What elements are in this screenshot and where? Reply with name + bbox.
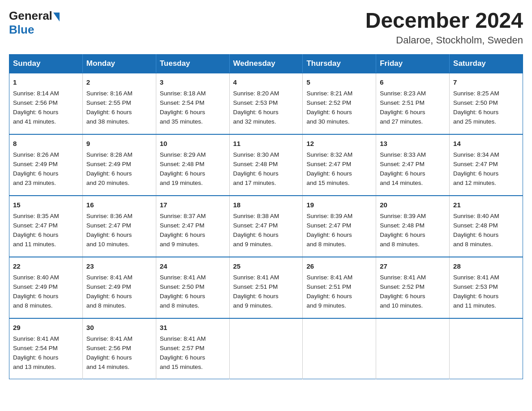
daylight-line1: Daylight: 6 hours — [160, 170, 205, 177]
calendar-week-5: 29Sunrise: 8:41 AMSunset: 2:54 PMDayligh… — [9, 318, 523, 379]
month-title: December 2024 — [365, 9, 523, 33]
sunrise-line: Sunrise: 8:41 AM — [13, 335, 59, 342]
day-number: 21 — [453, 200, 519, 210]
day-number: 18 — [233, 200, 299, 210]
sunrise-line: Sunrise: 8:25 AM — [453, 90, 499, 97]
sunset-line: Sunset: 2:48 PM — [233, 161, 278, 167]
day-number: 2 — [86, 77, 152, 87]
sunrise-line: Sunrise: 8:34 AM — [453, 151, 499, 158]
calendar-cell: 18Sunrise: 8:38 AMSunset: 2:47 PMDayligh… — [229, 196, 303, 257]
daylight-line1: Daylight: 6 hours — [453, 109, 498, 116]
daylight-line1: Daylight: 6 hours — [13, 109, 58, 116]
daylight-line2: and 8 minutes. — [453, 241, 493, 248]
calendar-cell: 26Sunrise: 8:41 AMSunset: 2:51 PMDayligh… — [303, 257, 376, 318]
daylight-line1: Daylight: 6 hours — [233, 231, 279, 238]
daylight-line1: Daylight: 6 hours — [13, 170, 58, 177]
daylight-line1: Daylight: 6 hours — [306, 109, 352, 116]
calendar-cell: 23Sunrise: 8:41 AMSunset: 2:49 PMDayligh… — [82, 257, 156, 318]
calendar-cell: 13Sunrise: 8:33 AMSunset: 2:47 PMDayligh… — [376, 134, 450, 196]
sunrise-line: Sunrise: 8:29 AM — [160, 151, 206, 158]
daylight-line1: Daylight: 6 hours — [86, 170, 132, 177]
daylight-line2: and 9 minutes. — [306, 302, 346, 309]
sunrise-line: Sunrise: 8:41 AM — [86, 274, 133, 281]
daylight-line2: and 9 minutes. — [160, 241, 200, 248]
sunset-line: Sunset: 2:53 PM — [233, 99, 278, 106]
calendar-week-2: 8Sunrise: 8:26 AMSunset: 2:49 PMDaylight… — [9, 134, 523, 196]
location-title: Dalaroe, Stockholm, Sweden — [365, 34, 523, 46]
daylight-line2: and 14 minutes. — [380, 180, 423, 186]
sunset-line: Sunset: 2:50 PM — [453, 99, 498, 106]
day-number: 14 — [453, 138, 519, 149]
calendar-cell: 29Sunrise: 8:41 AMSunset: 2:54 PMDayligh… — [9, 318, 83, 379]
calendar-cell: 10Sunrise: 8:29 AMSunset: 2:48 PMDayligh… — [156, 134, 229, 196]
day-number: 10 — [160, 138, 226, 149]
sunrise-line: Sunrise: 8:41 AM — [86, 335, 133, 342]
sunset-line: Sunset: 2:52 PM — [380, 283, 425, 290]
daylight-line1: Daylight: 6 hours — [380, 231, 425, 238]
logo-general-text: General — [9, 9, 52, 23]
daylight-line2: and 8 minutes. — [380, 241, 420, 248]
calendar-cell: 8Sunrise: 8:26 AMSunset: 2:49 PMDaylight… — [9, 134, 83, 196]
sunset-line: Sunset: 2:51 PM — [380, 99, 425, 106]
day-number: 19 — [306, 200, 372, 210]
calendar-cell: 4Sunrise: 8:20 AMSunset: 2:53 PMDaylight… — [229, 73, 303, 134]
sunset-line: Sunset: 2:49 PM — [13, 283, 58, 290]
daylight-line1: Daylight: 6 hours — [86, 293, 132, 300]
calendar-week-3: 15Sunrise: 8:35 AMSunset: 2:47 PMDayligh… — [9, 196, 523, 257]
calendar-cell: 1Sunrise: 8:14 AMSunset: 2:56 PMDaylight… — [9, 73, 83, 134]
logo: General Blue — [9, 9, 60, 37]
day-number: 15 — [13, 200, 79, 210]
calendar-cell: 25Sunrise: 8:41 AMSunset: 2:51 PMDayligh… — [229, 257, 303, 318]
calendar-cell: 30Sunrise: 8:41 AMSunset: 2:56 PMDayligh… — [82, 318, 156, 379]
day-number: 7 — [453, 77, 519, 87]
daylight-line2: and 25 minutes. — [453, 118, 496, 125]
sunrise-line: Sunrise: 8:41 AM — [306, 274, 352, 281]
daylight-line1: Daylight: 6 hours — [13, 293, 58, 300]
daylight-line2: and 38 minutes. — [86, 118, 129, 125]
calendar-cell: 31Sunrise: 8:41 AMSunset: 2:57 PMDayligh… — [156, 318, 229, 379]
sunrise-line: Sunrise: 8:41 AM — [160, 335, 206, 342]
daylight-line2: and 15 minutes. — [160, 364, 203, 370]
calendar-cell — [229, 318, 303, 379]
day-number: 5 — [306, 77, 372, 87]
sunset-line: Sunset: 2:54 PM — [13, 345, 58, 351]
sunrise-line: Sunrise: 8:37 AM — [160, 213, 206, 219]
sunset-line: Sunset: 2:52 PM — [306, 99, 351, 106]
sunset-line: Sunset: 2:53 PM — [453, 283, 498, 290]
day-number: 30 — [86, 322, 152, 333]
sunrise-line: Sunrise: 8:41 AM — [380, 274, 426, 281]
day-number: 24 — [160, 261, 226, 271]
day-number: 25 — [233, 261, 299, 271]
daylight-line2: and 8 minutes. — [86, 302, 126, 309]
sunset-line: Sunset: 2:48 PM — [160, 161, 205, 167]
calendar-cell: 2Sunrise: 8:16 AMSunset: 2:55 PMDaylight… — [82, 73, 156, 134]
daylight-line1: Daylight: 6 hours — [306, 231, 352, 238]
calendar-body: 1Sunrise: 8:14 AMSunset: 2:56 PMDaylight… — [9, 73, 523, 379]
day-number: 9 — [86, 138, 152, 149]
sunrise-line: Sunrise: 8:40 AM — [453, 213, 499, 219]
calendar-cell: 19Sunrise: 8:39 AMSunset: 2:47 PMDayligh… — [303, 196, 376, 257]
calendar-cell: 27Sunrise: 8:41 AMSunset: 2:52 PMDayligh… — [376, 257, 450, 318]
daylight-line2: and 35 minutes. — [160, 118, 203, 125]
sunset-line: Sunset: 2:47 PM — [233, 222, 278, 229]
daylight-line1: Daylight: 6 hours — [380, 170, 425, 177]
calendar-cell — [303, 318, 376, 379]
page-header: General Blue December 2024 Dalaroe, Stoc… — [9, 9, 523, 46]
sunrise-line: Sunrise: 8:20 AM — [233, 90, 279, 97]
daylight-line2: and 32 minutes. — [233, 118, 276, 125]
daylight-line1: Daylight: 6 hours — [13, 231, 58, 238]
daylight-line1: Daylight: 6 hours — [453, 231, 498, 238]
sunset-line: Sunset: 2:48 PM — [453, 222, 498, 229]
sunrise-line: Sunrise: 8:39 AM — [306, 213, 352, 219]
daylight-line2: and 14 minutes. — [86, 364, 129, 370]
daylight-line1: Daylight: 6 hours — [13, 354, 58, 361]
daylight-line2: and 11 minutes. — [13, 241, 56, 248]
header-day-thursday: Thursday — [303, 54, 376, 73]
sunrise-line: Sunrise: 8:21 AM — [306, 90, 352, 97]
day-number: 17 — [160, 200, 226, 210]
sunset-line: Sunset: 2:57 PM — [160, 345, 205, 351]
day-number: 26 — [306, 261, 372, 271]
title-block: December 2024 Dalaroe, Stockholm, Sweden — [365, 9, 523, 46]
sunrise-line: Sunrise: 8:35 AM — [13, 213, 59, 219]
calendar-cell: 22Sunrise: 8:40 AMSunset: 2:49 PMDayligh… — [9, 257, 83, 318]
